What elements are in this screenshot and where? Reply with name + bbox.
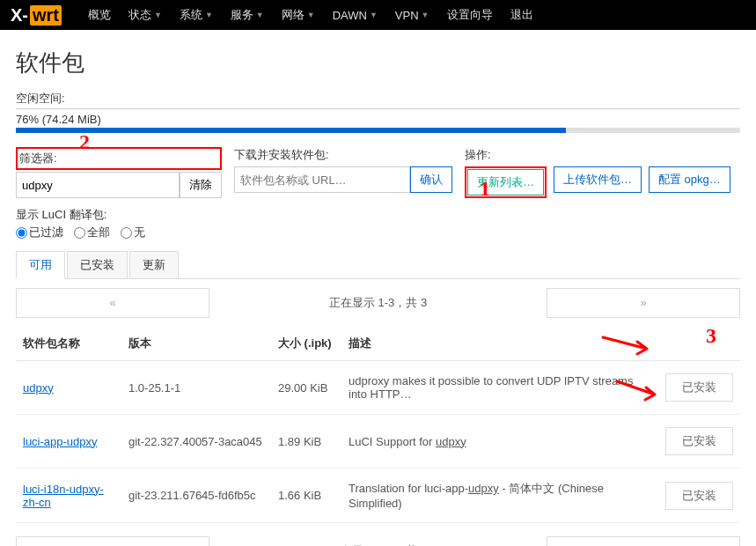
free-space-label: 空闲空间: — [16, 91, 740, 109]
chevron-down-icon: ▼ — [256, 11, 264, 19]
pkg-version: git-22.327.40057-3aca045 — [121, 415, 271, 469]
logo-wrt: wrt — [30, 5, 62, 26]
free-space-fill — [16, 128, 566, 133]
tab-available[interactable]: 可用 — [16, 251, 65, 279]
table-row: udpxy 1.0-25.1-1 29.00 KiB udproxy makes… — [16, 361, 740, 415]
pager-prev[interactable]: « — [16, 288, 209, 318]
th-name: 软件包名称 — [16, 327, 121, 361]
configure-opkg-button[interactable]: 配置 opkg… — [649, 166, 730, 193]
pkg-name-link[interactable]: luci-app-udpxy — [23, 435, 98, 448]
pkg-desc: LuCI Support for udpxy — [341, 415, 652, 469]
nav-services[interactable]: 服务▼ — [222, 7, 273, 23]
pager-info: 正在显示 1-3，共 3 — [209, 288, 547, 318]
nav-vpn[interactable]: VPN▼ — [386, 7, 438, 23]
chevron-down-icon: ▼ — [307, 11, 315, 19]
tab-updates[interactable]: 更新 — [129, 251, 179, 278]
upload-package-button[interactable]: 上传软件包… — [554, 166, 642, 193]
free-space-bar — [16, 128, 740, 133]
nav-overview[interactable]: 概览 — [79, 7, 120, 23]
download-label: 下载并安装软件包: — [234, 147, 452, 163]
pkg-size: 1.66 KiB — [271, 469, 341, 523]
pkg-size: 1.89 KiB — [271, 415, 341, 469]
filter-label: 筛选器: — [19, 151, 57, 165]
package-url-input[interactable] — [234, 166, 410, 193]
nav-status[interactable]: 状态▼ — [120, 7, 171, 23]
table-row: luci-app-udpxy git-22.327.40057-3aca045 … — [16, 415, 740, 469]
tabs: 可用 已安装 更新 — [16, 251, 740, 279]
pkg-desc: Translation for luci-app-udpxy - 简体中文 (C… — [341, 469, 652, 523]
th-desc: 描述 — [341, 327, 652, 361]
install-button[interactable]: 已安装 — [665, 373, 733, 402]
radio-none[interactable]: 无 — [121, 225, 145, 240]
update-list-button[interactable]: 更新列表… — [467, 169, 544, 196]
nav-system[interactable]: 系统▼ — [171, 7, 222, 23]
confirm-button[interactable]: 确认 — [410, 166, 452, 193]
nav-logout[interactable]: 退出 — [502, 7, 542, 23]
pager-info-bottom: 正在显示 1-3，共 3 — [209, 536, 547, 546]
packages-table: 软件包名称 版本 大小 (.ipk) 描述 udpxy 1.0-25.1-1 2… — [16, 327, 740, 523]
install-button[interactable]: 已安装 — [665, 482, 733, 510]
nav-wizard[interactable]: 设置向导 — [438, 7, 502, 23]
pager-next-bottom[interactable]: » — [547, 536, 740, 546]
chevron-down-icon: ▼ — [205, 11, 213, 19]
nav-menu: 概览 状态▼ 系统▼ 服务▼ 网络▼ DAWN▼ VPN▼ 设置向导 退出 — [79, 7, 542, 23]
filter-input[interactable] — [16, 172, 180, 198]
logo-x: X- — [11, 5, 28, 26]
table-row: luci-i18n-udpxy-zh-cn git-23.211.67645-f… — [16, 469, 740, 523]
logo: X-wrt — [11, 5, 62, 26]
radio-filtered[interactable]: 已过滤 — [16, 225, 63, 240]
chevron-down-icon: ▼ — [370, 11, 378, 19]
pkg-version: git-23.211.67645-fd6fb5c — [121, 469, 271, 523]
install-button[interactable]: 已安装 — [665, 427, 733, 455]
pkg-version: 1.0-25.1-1 — [121, 361, 271, 415]
th-size: 大小 (.ipk) — [271, 327, 341, 361]
pkg-name-link[interactable]: luci-i18n-udpxy-zh-cn — [23, 483, 104, 509]
tab-installed[interactable]: 已安装 — [67, 251, 128, 278]
radio-all[interactable]: 全部 — [74, 225, 110, 240]
pager-prev-bottom[interactable]: « — [16, 536, 209, 546]
nav-dawn[interactable]: DAWN▼ — [324, 7, 386, 23]
th-version: 版本 — [121, 327, 271, 361]
pkg-name-link[interactable]: udpxy — [23, 381, 54, 395]
pkg-size: 29.00 KiB — [271, 361, 341, 415]
pager-next[interactable]: » — [547, 288, 740, 318]
clear-button[interactable]: 清除 — [180, 172, 222, 198]
pkg-desc: udproxy makes it possible to convert UDP… — [341, 361, 652, 415]
chevron-down-icon: ▼ — [154, 11, 162, 19]
top-navbar: X-wrt 概览 状态▼ 系统▼ 服务▼ 网络▼ DAWN▼ VPN▼ 设置向导… — [0, 0, 756, 30]
free-space-value: 76% (74.24 MiB) — [16, 113, 740, 126]
actions-label: 操作: — [465, 147, 730, 163]
chevron-down-icon: ▼ — [422, 11, 429, 19]
page-title: 软件包 — [16, 48, 740, 78]
nav-network[interactable]: 网络▼ — [273, 7, 324, 23]
luci-trans-label: 显示 LuCI 翻译包: — [16, 207, 740, 223]
